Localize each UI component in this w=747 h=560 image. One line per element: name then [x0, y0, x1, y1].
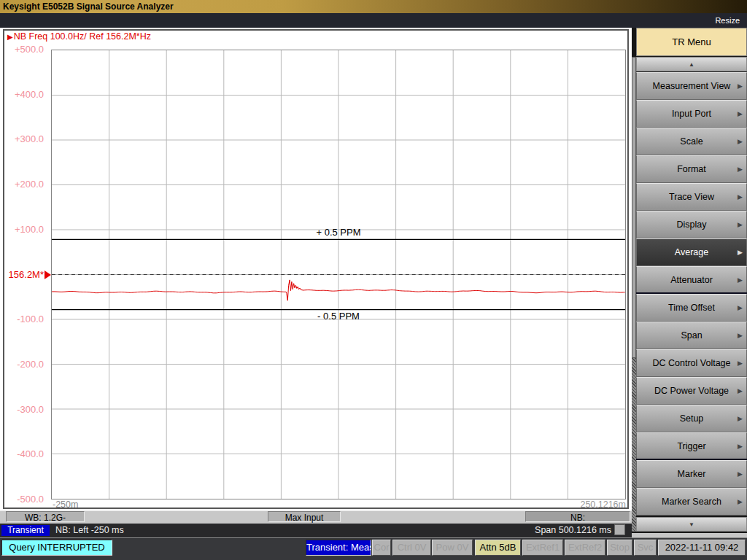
indicator-extref2: ExtRef2	[565, 540, 605, 556]
title-bar: Keysight E5052B Signal Source Analyzer	[0, 0, 747, 13]
menu-item-label: Marker	[678, 469, 706, 479]
status-message: Query INTERRUPTED	[1, 540, 112, 556]
scroll-up-icon: ▲	[689, 61, 694, 68]
indicator-extref1: ExtRef1	[522, 540, 563, 556]
y-tick-label: +500.0	[0, 44, 44, 55]
menu-item-label: DC Control Voltage	[652, 358, 730, 368]
submenu-arrow-icon: ▶	[738, 387, 743, 394]
menu-item-trace-view[interactable]: Trace View▶	[636, 183, 747, 211]
indicator-stop: Stop	[607, 540, 632, 556]
y-tick-label: -300.0	[0, 404, 44, 415]
menu-item-label: Format	[677, 164, 706, 174]
menu-item-label: DC Power Voltage	[654, 386, 729, 396]
y-tick-label: -200.0	[0, 359, 44, 370]
menu-item-measurement-view[interactable]: Measurement View▶	[636, 72, 747, 100]
menu-item-label: Setup	[680, 413, 704, 424]
menu-item-label: Display	[677, 219, 707, 230]
menu-item-label: Marker Search	[662, 497, 721, 507]
menu-item-trigger[interactable]: Trigger▶	[636, 432, 747, 460]
indicator-ctrl-0v: Ctrl 0V	[392, 540, 431, 556]
trace-header: ▶NB Freq 100.0Hz/ Ref 156.2M*Hz	[7, 31, 151, 42]
menu-item-average[interactable]: Average▶	[636, 238, 747, 266]
active-trace-marker-icon: ▶	[7, 33, 13, 41]
ref-level-label: 156.2M*	[0, 269, 44, 280]
lower-limit-label: - 0.5 PPM	[51, 311, 626, 322]
indicator-pow-0v: Pow 0V	[432, 540, 473, 556]
indicator-cor: Cor	[372, 540, 391, 556]
menu-item-label: Trigger	[677, 441, 705, 451]
max-input-button[interactable]: Max Input 0dBm	[268, 511, 341, 522]
indicator-attn-5db: Attn 5dB	[475, 540, 521, 556]
transient-meas-badge: Transient: Meas	[306, 540, 371, 556]
x-axis-stop-label: 250.1216m	[511, 499, 626, 510]
menu-item-label: Attenuator	[670, 275, 713, 285]
menu-item-dc-power-voltage[interactable]: DC Power Voltage▶	[636, 377, 747, 405]
window-title: Keysight E5052B Signal Source Analyzer	[3, 1, 174, 12]
transient-mode-badge: Transient	[1, 525, 50, 536]
window-menu-bar: Resize	[0, 13, 747, 28]
nb-range-button[interactable]: NB: 156.2M*-156.3M*Hz	[525, 511, 630, 522]
y-tick-label: -500.0	[0, 494, 44, 505]
submenu-arrow-icon: ▶	[738, 415, 743, 422]
scroll-down-icon: ▼	[689, 521, 694, 528]
menu-item-span[interactable]: Span▶	[636, 322, 747, 349]
submenu-arrow-icon: ▶	[738, 470, 743, 478]
y-tick-label: +200.0	[0, 179, 44, 190]
menu-item-display[interactable]: Display▶	[636, 211, 747, 238]
menu-item-label: Scale	[680, 136, 703, 147]
y-tick-label: +300.0	[0, 133, 44, 144]
submenu-arrow-icon: ▶	[738, 110, 743, 117]
plot-area	[51, 50, 626, 499]
menu-item-input-port[interactable]: Input Port▶	[636, 100, 747, 128]
menu-item-label: Span	[681, 330, 702, 341]
upper-limit-label: + 0.5 PPM	[51, 227, 626, 238]
menu-item-label: Trace View	[669, 192, 714, 202]
submenu-arrow-icon: ▶	[738, 359, 743, 367]
menu-item-attenuator[interactable]: Attenuator▶	[636, 266, 747, 294]
submenu-arrow-icon: ▶	[738, 276, 743, 284]
submenu-arrow-icon: ▶	[738, 498, 743, 505]
y-tick-label: -400.0	[0, 448, 44, 459]
resize-button[interactable]: Resize	[715, 16, 740, 25]
span-corner-button[interactable]	[614, 524, 625, 535]
trace-scale-reference-label: NB Freq 100.0Hz/ Ref 156.2M*Hz	[14, 31, 151, 42]
reference-level-marker-icon[interactable]	[44, 271, 51, 279]
submenu-arrow-icon: ▶	[738, 82, 743, 90]
instrument-screen: Keysight E5052B Signal Source Analyzer R…	[0, 0, 747, 560]
span-label: Span 500.1216 ms	[438, 525, 611, 535]
submenu-arrow-icon: ▶	[738, 443, 743, 450]
menu-item-marker[interactable]: Marker▶	[636, 460, 747, 488]
submenu-arrow-icon: ▶	[738, 221, 743, 228]
menu-item-time-offset[interactable]: Time Offset▶	[636, 294, 747, 322]
menu-item-scale[interactable]: Scale▶	[636, 128, 747, 155]
submenu-arrow-icon: ▶	[738, 193, 743, 201]
datetime-display: 2022-11-11 09:42	[658, 540, 746, 556]
menu-item-dc-control-voltage[interactable]: DC Control Voltage▶	[636, 349, 747, 377]
y-tick-label: -100.0	[0, 314, 44, 324]
submenu-arrow-icon: ▶	[738, 249, 743, 256]
menu-scroll-down-button[interactable]: ▼	[636, 517, 747, 532]
menu-item-label: Average	[675, 247, 708, 257]
plot-canvas	[52, 50, 625, 499]
indicator-svc: Svc	[634, 540, 657, 556]
menu-item-label: Input Port	[672, 109, 711, 119]
menu-item-label: Time Offset	[668, 303, 715, 313]
menu-item-label: Measurement View	[653, 81, 731, 91]
menu-item-marker-search[interactable]: Marker Search▶	[636, 488, 747, 516]
menu-item-format[interactable]: Format▶	[636, 155, 747, 183]
y-tick-label: +400.0	[0, 89, 44, 100]
wb-range-button[interactable]: WB: 1.2G-400MHz	[6, 511, 85, 522]
menu-bottom-strip	[632, 533, 747, 537]
submenu-arrow-icon: ▶	[738, 332, 743, 339]
softkey-menu-title: TR Menu	[636, 28, 747, 56]
menu-scroll-up-button[interactable]: ▲	[636, 57, 747, 71]
submenu-arrow-icon: ▶	[738, 166, 743, 173]
menu-item-setup[interactable]: Setup▶	[636, 405, 747, 432]
y-tick-label: +100.0	[0, 224, 44, 235]
submenu-arrow-icon: ▶	[738, 304, 743, 311]
nb-position-label: NB: Left -250 ms	[55, 525, 124, 535]
x-axis-start-label: -250m	[53, 499, 78, 510]
submenu-arrow-icon: ▶	[738, 138, 743, 145]
